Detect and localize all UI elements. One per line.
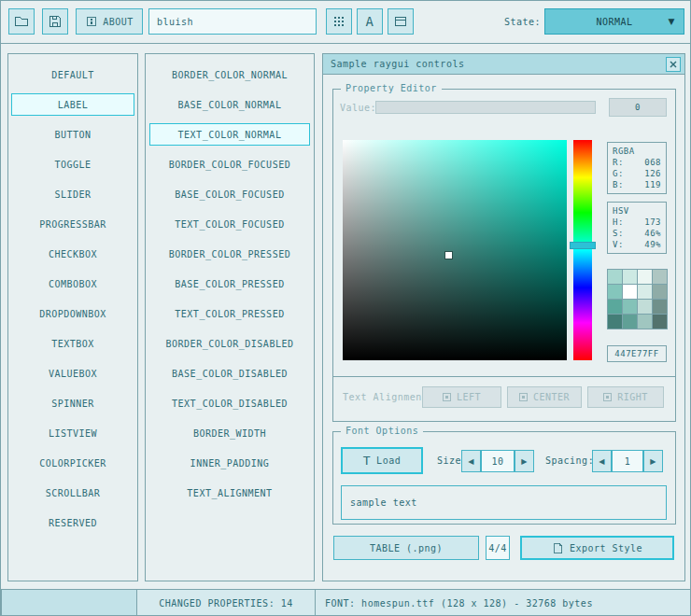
about-button[interactable]: ABOUT <box>76 8 143 35</box>
window-box-button[interactable] <box>388 8 414 35</box>
spacing-value-box[interactable]: 1 <box>612 450 643 472</box>
export-style-label: Export Style <box>570 543 642 553</box>
property-item-base-color-focused[interactable]: BASE_COLOR_FOCUSED <box>149 183 310 205</box>
style-name-input[interactable] <box>148 8 317 35</box>
property-item-base-color-normal[interactable]: BASE_COLOR_NORMAL <box>149 93 310 116</box>
rgba-r-value: 068 <box>644 157 661 168</box>
statusbar: CHANGED PROPERTIES: 14 FONT: homespun.tt… <box>1 589 691 616</box>
state-dropdown[interactable]: NORMAL ▼ <box>544 8 684 35</box>
size-decrease-button[interactable]: ◀ <box>461 450 481 472</box>
size-increase-button[interactable]: ▶ <box>515 450 534 472</box>
property-item-text-color-pressed[interactable]: TEXT_COLOR_PRESSED <box>149 302 310 325</box>
swatch-cell[interactable] <box>623 315 637 329</box>
control-item-button[interactable]: BUTTON <box>11 123 134 146</box>
swatch-cell[interactable] <box>608 285 622 299</box>
property-item-border-color-focused[interactable]: BORDER_COLOR_FOCUSED <box>149 153 310 175</box>
property-item-text-color-disabled[interactable]: TEXT_COLOR_DISABLED <box>149 392 310 414</box>
grid-view-button[interactable] <box>326 8 352 35</box>
export-file-icon <box>552 542 564 554</box>
align-center-button[interactable]: CENTER <box>507 386 582 408</box>
info-icon <box>85 15 98 28</box>
spacing-label: Spacing: <box>545 455 594 466</box>
property-item-border-width[interactable]: BORDER_WIDTH <box>149 422 310 444</box>
export-table-button[interactable]: TABLE (.png) <box>333 536 479 560</box>
control-item-listview[interactable]: LISTVIEW <box>11 422 134 444</box>
rgba-title: RGBA <box>613 146 661 157</box>
rgba-r-label: R: <box>613 157 624 168</box>
rguistyler-app: ABOUT A State: NORMA <box>0 0 691 616</box>
control-item-combobox[interactable]: COMBOBOX <box>11 273 134 295</box>
load-font-button[interactable]: T Load <box>341 447 423 474</box>
property-item-border-color-pressed[interactable]: BORDER_COLOR_PRESSED <box>149 243 310 265</box>
control-item-default[interactable]: DEFAULT <box>11 63 134 86</box>
close-button[interactable] <box>666 57 681 72</box>
value-box[interactable]: 0 <box>609 98 667 117</box>
color-saturation-value-picker[interactable] <box>343 140 567 360</box>
font-atlas-button[interactable]: A <box>357 8 383 35</box>
rgba-b-label: B: <box>613 179 624 190</box>
hue-slider[interactable] <box>573 140 592 360</box>
rgba-panel: RGBA R:068 G:126 B:119 <box>607 142 667 194</box>
control-item-checkbox[interactable]: CHECKBOX <box>11 243 134 265</box>
page-indicator[interactable]: 4/4 <box>486 536 510 560</box>
property-item-text-color-focused[interactable]: TEXT_COLOR_FOCUSED <box>149 213 310 235</box>
control-item-toggle[interactable]: TOGGLE <box>11 153 134 175</box>
control-item-textbox[interactable]: TEXTBOX <box>11 332 134 355</box>
size-value-box[interactable]: 10 <box>481 450 515 472</box>
property-item-border-color-normal[interactable]: BORDER_COLOR_NORMAL <box>149 63 310 86</box>
control-item-scrollbar[interactable]: SCROLLBAR <box>11 482 134 504</box>
save-style-button[interactable] <box>42 8 68 35</box>
spacing-decrease-button[interactable]: ◀ <box>592 450 612 472</box>
chevron-right-icon: ▶ <box>650 457 656 466</box>
property-item-inner-padding[interactable]: INNER_PADDING <box>149 452 310 474</box>
font-options-group-label: Font Options <box>341 426 423 436</box>
chevron-right-icon: ▶ <box>521 457 528 466</box>
spacing-increase-button[interactable]: ▶ <box>643 450 663 472</box>
hsv-h-label: H: <box>613 217 624 228</box>
swatch-cell[interactable] <box>608 270 622 284</box>
window-titlebar[interactable]: Sample raygui controls <box>323 54 684 75</box>
swatch-cell[interactable] <box>608 315 622 329</box>
control-item-colorpicker[interactable]: COLORPICKER <box>11 452 134 474</box>
swatch-cell[interactable] <box>653 270 667 284</box>
property-item-base-color-disabled[interactable]: BASE_COLOR_DISABLED <box>149 362 310 385</box>
swatch-cell[interactable] <box>623 285 637 299</box>
control-item-valuebox[interactable]: VALUEBOX <box>11 362 134 385</box>
floppy-save-icon <box>48 14 63 29</box>
swatch-cell[interactable] <box>623 270 637 284</box>
hsv-panel: HSV H:173 S:46% V:49% <box>607 202 667 254</box>
open-style-button[interactable] <box>8 8 35 35</box>
swatch-cell[interactable] <box>638 300 652 314</box>
swatch-cell[interactable] <box>638 270 652 284</box>
sample-text-box[interactable]: sample text <box>341 485 667 520</box>
align-right-button[interactable]: RIGHT <box>587 386 664 408</box>
align-left-button[interactable]: LEFT <box>422 386 501 408</box>
swatch-cell[interactable] <box>653 300 667 314</box>
swatch-cell[interactable] <box>608 300 622 314</box>
value-slider[interactable] <box>375 101 596 114</box>
export-style-button[interactable]: Export Style <box>520 536 674 560</box>
close-icon <box>670 61 677 68</box>
hsv-h-value: 173 <box>644 217 661 228</box>
hue-slider-handle[interactable] <box>570 242 596 249</box>
property-item-text-color-normal[interactable]: TEXT_COLOR_NORMAL <box>149 123 310 146</box>
swatch-cell[interactable] <box>653 315 667 329</box>
hex-value-box[interactable]: 447E77FF <box>607 345 667 362</box>
property-item-border-color-disabled[interactable]: BORDER_COLOR_DISABLED <box>149 332 310 355</box>
hsv-v-value: 49% <box>644 239 661 250</box>
font-load-icon: T <box>363 454 371 468</box>
control-item-slider[interactable]: SLIDER <box>11 183 134 205</box>
swatch-cell[interactable] <box>638 285 652 299</box>
control-item-label[interactable]: LABEL <box>11 93 134 116</box>
swatch-cell[interactable] <box>638 315 652 329</box>
property-item-base-color-pressed[interactable]: BASE_COLOR_PRESSED <box>149 273 310 295</box>
control-item-spinner[interactable]: SPINNER <box>11 392 134 414</box>
control-item-dropdownbox[interactable]: DROPDOWNBOX <box>11 302 134 325</box>
swatch-cell[interactable] <box>653 285 667 299</box>
control-item-progressbar[interactable]: PROGRESSBAR <box>11 213 134 235</box>
color-picker-cursor[interactable] <box>445 252 452 259</box>
property-item-text-alignment[interactable]: TEXT_ALIGNMENT <box>149 482 310 504</box>
chevron-left-icon: ◀ <box>599 457 605 466</box>
swatch-cell[interactable] <box>623 300 637 314</box>
control-item-reserved[interactable]: RESERVED <box>11 511 134 534</box>
